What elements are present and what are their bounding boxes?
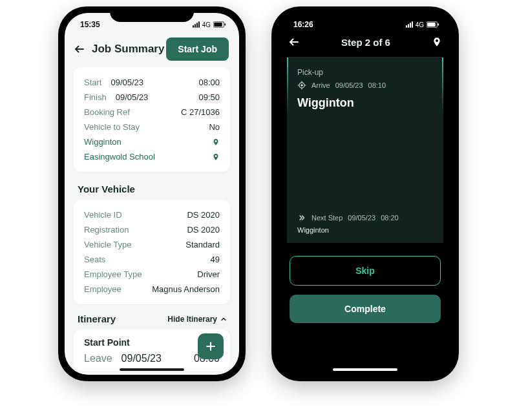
- home-indicator[interactable]: [120, 368, 184, 371]
- back-arrow-icon[interactable]: [288, 36, 300, 48]
- svg-rect-2: [225, 23, 226, 25]
- next-step-label: Next Step: [311, 214, 343, 222]
- vehicle-id-label: Vehicle ID: [84, 210, 122, 220]
- pickup-location: Wigginton: [297, 96, 433, 110]
- stay-value: No: [209, 122, 220, 132]
- registration-label: Registration: [84, 225, 129, 235]
- start-date: 09/05/23: [101, 78, 198, 87]
- leave-label: Leave: [84, 353, 112, 364]
- arrive-label: Arrive: [311, 81, 330, 89]
- seats-value: 49: [211, 255, 220, 264]
- vehicle-id-value: DS 2020: [187, 210, 220, 220]
- row-start: Start 09/05/23 08:00: [84, 75, 220, 90]
- finish-time: 09:50: [198, 92, 220, 102]
- signal-icon: [193, 21, 200, 28]
- step-card: Pick-up Arrive 09/05/23 08:10 Wigginton …: [287, 57, 443, 243]
- booking-label: Booking Ref: [84, 107, 130, 117]
- next-step-location: Wigginton: [297, 226, 433, 234]
- stay-label: Vehicle to Stay: [84, 122, 140, 132]
- page-header: Job Summary Start Job: [65, 34, 239, 67]
- svg-point-11: [301, 85, 302, 86]
- row-vehicle-type: Vehicle Type Standard: [84, 237, 220, 252]
- employee-label: Employee: [84, 284, 121, 294]
- page-title: Job Summary: [92, 43, 164, 56]
- svg-rect-7: [427, 23, 436, 26]
- status-time: 16:26: [293, 20, 313, 29]
- step-title: Step 2 of 6: [300, 37, 432, 48]
- pin-icon: [212, 153, 220, 161]
- finish-date: 09/05/23: [107, 92, 199, 102]
- arrive-time: 08:10: [368, 81, 386, 89]
- arrive-row: Arrive 09/05/23 08:10: [297, 81, 433, 90]
- vehicle-card: Vehicle ID DS 2020 Registration DS 2020 …: [74, 200, 230, 304]
- svg-rect-1: [214, 23, 222, 26]
- status-time: 15:35: [80, 20, 100, 29]
- row-employee-type: Employee Type Driver: [84, 267, 220, 282]
- row-vehicle-id: Vehicle ID DS 2020: [84, 207, 220, 222]
- row-registration: Registration DS 2020: [84, 222, 220, 237]
- plus-icon: [204, 340, 217, 353]
- home-indicator[interactable]: [333, 368, 397, 371]
- vehicle-type-label: Vehicle Type: [84, 240, 131, 249]
- location-row-1[interactable]: Wigginton: [84, 134, 220, 149]
- add-step-button[interactable]: [198, 333, 224, 359]
- leave-date: 09/05/23: [112, 353, 194, 364]
- hide-itinerary-label: Hide Itinerary: [167, 315, 217, 324]
- row-booking: Booking Ref C 27/1036: [84, 105, 220, 120]
- chevrons-right-icon: [297, 213, 306, 222]
- map-pin-icon[interactable]: [432, 37, 442, 47]
- back-arrow-icon[interactable]: [74, 43, 85, 55]
- vehicle-section-title: Your Vehicle: [65, 180, 239, 200]
- action-buttons: Skip Complete: [278, 243, 452, 323]
- row-employee: Employee Magnus Anderson: [84, 282, 220, 297]
- row-seats: Seats 49: [84, 252, 220, 267]
- summary-card: Start 09/05/23 08:00 Finish 09/05/23 09:…: [74, 67, 230, 172]
- next-step-date: 09/05/23: [348, 214, 375, 222]
- row-vehicle-stay: Vehicle to Stay No: [84, 120, 220, 134]
- employee-value: Magnus Anderson: [152, 284, 220, 294]
- location-row-2[interactable]: Easingwold School: [84, 149, 220, 164]
- battery-icon: [427, 21, 439, 28]
- next-step-time: 08:20: [381, 214, 399, 222]
- battery-icon: [213, 21, 226, 28]
- employee-type-value: Driver: [197, 269, 220, 279]
- seats-label: Seats: [84, 255, 105, 264]
- chevron-up-icon: [220, 315, 227, 323]
- pin-icon: [212, 138, 220, 146]
- network-label: 4G: [416, 21, 424, 28]
- booking-value: C 27/1036: [181, 107, 220, 117]
- svg-rect-8: [438, 23, 439, 25]
- vehicle-type-value: Standard: [185, 240, 220, 249]
- hide-itinerary-toggle[interactable]: Hide Itinerary: [167, 315, 227, 324]
- arrive-date: 09/05/23: [335, 81, 363, 89]
- itinerary-title: Itinerary: [78, 313, 116, 324]
- finish-label: Finish: [84, 92, 107, 102]
- location-2-name: Easingwold School: [84, 152, 155, 162]
- start-label: Start: [84, 78, 101, 87]
- start-time: 08:00: [198, 78, 220, 87]
- pickup-label: Pick-up: [297, 68, 433, 77]
- row-finish: Finish 09/05/23 09:50: [84, 90, 220, 105]
- network-label: 4G: [202, 21, 211, 28]
- employee-type-label: Employee Type: [84, 269, 142, 279]
- page-header: Step 2 of 6: [278, 34, 452, 54]
- location-1-name: Wigginton: [84, 137, 121, 147]
- signal-icon: [406, 21, 413, 28]
- next-step-row: Next Step 09/05/23 08:20: [297, 213, 433, 222]
- itinerary-step-card: Start Point Leave 09/05/23 08:00: [74, 330, 230, 371]
- start-job-button[interactable]: Start Job: [166, 37, 229, 61]
- complete-button[interactable]: Complete: [290, 295, 441, 323]
- skip-button[interactable]: Skip: [290, 256, 441, 286]
- registration-value: DS 2020: [187, 225, 220, 235]
- target-icon: [297, 81, 306, 90]
